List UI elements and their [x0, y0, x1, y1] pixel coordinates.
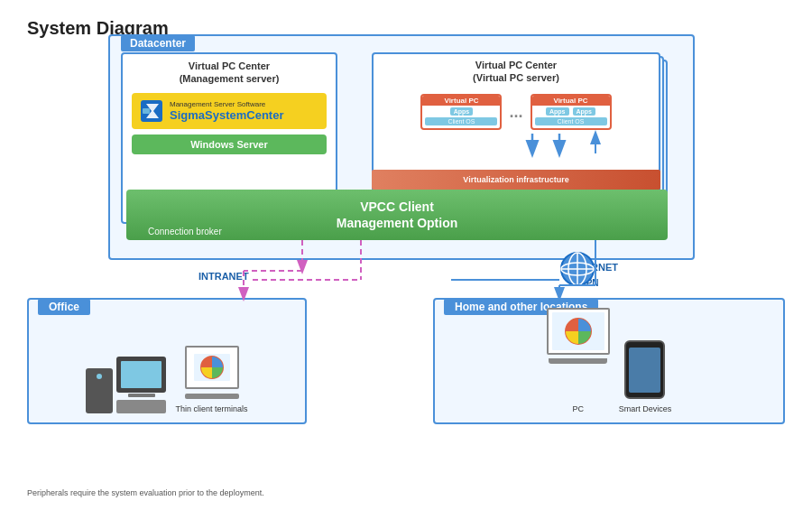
- smart-device-icon: [624, 340, 665, 399]
- apps-chip-1: Apps: [450, 107, 474, 116]
- connection-broker-label: Connection broker: [148, 227, 222, 236]
- client-os-2: Client OS: [535, 117, 607, 125]
- pc-screen-icon: [547, 308, 610, 355]
- office-label: Office: [38, 299, 90, 315]
- vpc-box-2-title: Virtual PC: [532, 96, 610, 106]
- tower-block: [86, 357, 166, 413]
- svg-rect-2: [143, 108, 150, 114]
- vpc-server-title: Virtual PC Center (Virtual PC server): [374, 54, 659, 87]
- footnote: Peripherals require the system evaluatio…: [27, 488, 264, 497]
- vpc-boxes-row: Virtual PC Apps Client OS ··· Virtual PC…: [374, 90, 659, 134]
- windows-server-bar: Windows Server: [132, 134, 327, 154]
- screen-chart-block: Thin client terminals: [175, 346, 247, 413]
- home-devices: PC Smart Devices: [444, 320, 774, 413]
- virt-infra-bar: Virtualization infrastructure: [372, 170, 660, 190]
- keyboard-icon: [116, 400, 166, 413]
- vpc-box-1: Virtual PC Apps Client OS: [420, 94, 502, 130]
- globe-icon: [559, 251, 595, 287]
- thin-client-label: Thin client terminals: [175, 404, 247, 413]
- sigma-text: Management Server Software SigmaSystemCe…: [170, 100, 283, 122]
- pc-label: PC: [572, 404, 584, 413]
- laptop-icon: [549, 358, 607, 399]
- vpc-box-1-title: Virtual PC: [422, 96, 500, 106]
- office-box: Office: [27, 298, 307, 424]
- dots-separator: ···: [509, 108, 522, 125]
- smart-device-label: Smart Devices: [619, 404, 672, 413]
- apps-chip-2b: Apps: [573, 107, 596, 116]
- vpcc-bar: VPCC Client Management Option Connection…: [126, 190, 668, 240]
- vpc-box-2: Virtual PC Apps Apps Client OS: [531, 94, 612, 130]
- mgmt-server-title: Virtual PC Center (Management server): [123, 54, 336, 88]
- office-devices: Thin client terminals: [38, 320, 296, 413]
- home-box: Home and other locations PC: [433, 298, 785, 424]
- monitor-icon: [116, 357, 166, 393]
- tower-icon: [86, 368, 113, 413]
- sigma-box: Management Server Software SigmaSystemCe…: [132, 93, 327, 129]
- sigma-icon: [139, 98, 164, 124]
- client-os-1: Client OS: [425, 117, 497, 125]
- apps-chip-2a: Apps: [546, 107, 569, 116]
- intranet-label: INTRANET: [198, 271, 249, 282]
- datacenter-label: Datacenter: [121, 35, 195, 51]
- smart-device-block: Smart Devices: [619, 340, 672, 413]
- pc-block: PC: [547, 308, 610, 413]
- screen-chart-icon: [185, 346, 239, 389]
- vpcc-label: VPCC Client Management Option: [337, 199, 458, 231]
